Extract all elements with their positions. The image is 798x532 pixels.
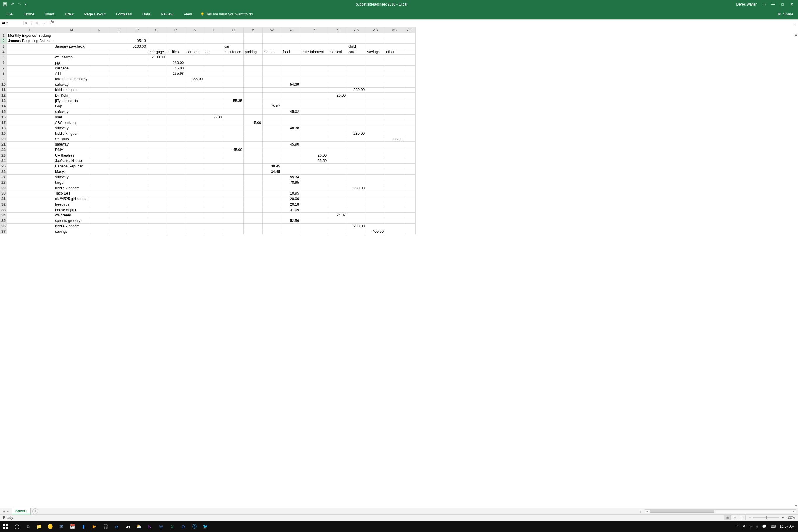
cell[interactable] [404,153,416,158]
row-header[interactable]: 25 [0,164,7,169]
cell[interactable] [128,207,147,213]
cell[interactable] [300,93,328,98]
cell[interactable] [89,207,109,213]
cell[interactable] [347,98,366,103]
cell[interactable] [385,98,404,103]
cell[interactable] [128,98,147,103]
cell[interactable] [263,147,282,153]
cell[interactable] [244,213,263,218]
cell[interactable]: 55.35 [223,98,244,103]
cell[interactable] [263,109,282,115]
cell[interactable] [244,126,263,131]
cell[interactable] [147,98,166,103]
cell[interactable] [300,229,328,234]
cell[interactable] [300,131,328,136]
cell[interactable]: 54.39 [282,82,300,87]
cell[interactable] [244,38,263,44]
cell[interactable] [204,55,223,60]
cell[interactable] [263,136,282,142]
cell[interactable] [128,202,147,207]
cell[interactable] [347,82,366,87]
cell[interactable] [166,109,185,115]
cell[interactable] [128,76,147,82]
vscroll-down-icon[interactable]: ▼ [795,504,797,507]
cell[interactable] [328,71,347,76]
ribbon-tab-draw[interactable]: Draw [59,10,79,19]
expand-formula-bar-icon[interactable]: ⌄ [792,20,798,27]
cell[interactable] [223,93,244,98]
cell[interactable] [366,196,385,202]
col-header-O[interactable]: O [109,27,128,33]
cell[interactable] [300,71,328,76]
cell[interactable] [147,196,166,202]
cell[interactable] [300,191,328,196]
cell[interactable] [204,76,223,82]
cell[interactable] [147,153,166,158]
cell[interactable] [223,109,244,115]
cell[interactable] [347,207,366,213]
cell[interactable] [385,115,404,120]
cell[interactable]: 24.87 [328,213,347,218]
cell[interactable] [263,202,282,207]
cell[interactable] [347,213,366,218]
cell[interactable] [328,60,347,65]
cell[interactable] [223,202,244,207]
store-icon[interactable]: 🛍 [125,524,131,529]
cell[interactable] [300,180,328,186]
cell[interactable] [204,109,223,115]
cell[interactable] [385,71,404,76]
cell[interactable] [7,185,54,191]
cell[interactable] [204,202,223,207]
cell[interactable] [347,33,366,38]
calendar-icon[interactable]: 📅 [70,524,75,529]
cell[interactable] [109,126,128,131]
cell[interactable]: 37.09 [282,207,300,213]
cell[interactable] [89,38,109,44]
cell[interactable] [128,120,147,126]
cell[interactable] [328,87,347,93]
cell[interactable] [223,115,244,120]
cell[interactable] [185,71,204,76]
cell[interactable] [300,120,328,126]
cell[interactable] [109,153,128,158]
cell[interactable] [109,115,128,120]
cell[interactable] [282,76,300,82]
cell[interactable] [244,136,263,142]
cell[interactable] [347,55,366,60]
cell[interactable] [263,87,282,93]
cell[interactable] [185,147,204,153]
cell[interactable]: freebirds [54,202,89,207]
cell[interactable] [328,223,347,229]
cell[interactable] [263,213,282,218]
cell[interactable] [385,65,404,71]
cell[interactable]: 365.00 [185,76,204,82]
cell[interactable] [347,218,366,224]
cell[interactable] [204,223,223,229]
cell[interactable] [404,120,416,126]
ribbon-tab-file[interactable]: File [0,10,19,19]
vscroll-up-icon[interactable]: ▲ [795,33,797,36]
cell[interactable] [109,202,128,207]
cell[interactable] [204,38,223,44]
cell[interactable] [300,185,328,191]
cell[interactable] [366,207,385,213]
cell[interactable] [109,120,128,126]
row-header[interactable]: 23 [0,153,7,158]
cell[interactable] [204,65,223,71]
row-header[interactable]: 8 [0,71,7,76]
cell[interactable] [366,87,385,93]
tray-clock[interactable]: 11:57 AM [780,525,795,529]
cell[interactable] [204,126,223,131]
cell[interactable] [89,44,109,49]
cell[interactable] [89,126,109,131]
cell[interactable] [328,185,347,191]
cell[interactable] [263,229,282,234]
cell[interactable]: jiffy auto parts [54,98,89,103]
col-header-L[interactable]: L [7,27,54,33]
plex-icon[interactable]: ▶ [92,524,97,529]
cell[interactable] [166,174,185,180]
cell[interactable] [166,218,185,224]
cell[interactable] [185,131,204,136]
cell[interactable]: 65.00 [385,136,404,142]
cell[interactable]: 52.56 [282,218,300,224]
